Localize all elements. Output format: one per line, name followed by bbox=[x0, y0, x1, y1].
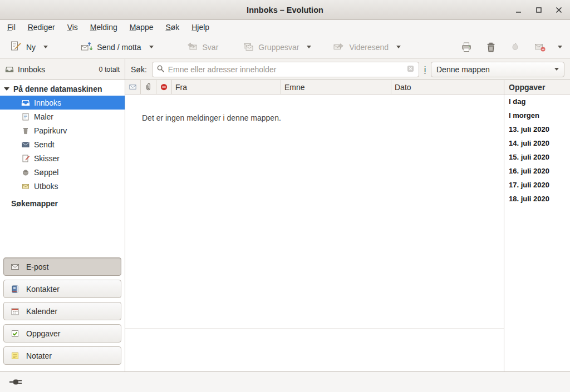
menu-hjelp[interactable]: Hjelp bbox=[186, 20, 214, 34]
attachment-icon bbox=[144, 83, 153, 91]
menu-fil[interactable]: Fil bbox=[2, 20, 21, 34]
sidebar-folder-soppel[interactable]: Søppel bbox=[0, 165, 125, 179]
sidebar-search-folders[interactable]: Søkemapper bbox=[0, 196, 125, 210]
chevron-down-icon bbox=[307, 46, 311, 48]
calendar-icon bbox=[11, 307, 19, 316]
switcher-label: Kontakter bbox=[26, 285, 60, 294]
toolbar-overflow-button[interactable] bbox=[554, 41, 566, 53]
search-entry[interactable] bbox=[152, 62, 419, 77]
clear-search-icon[interactable] bbox=[406, 64, 415, 75]
new-dropdown-arrow[interactable] bbox=[40, 41, 52, 53]
preview-pane bbox=[125, 329, 504, 371]
chevron-down-icon bbox=[554, 68, 559, 71]
window-title: Innboks – Evolution bbox=[0, 0, 570, 20]
group-reply-icon bbox=[242, 40, 254, 54]
search-bar: Innboks 0 totalt Søk: i Denne mappen bbox=[0, 59, 570, 80]
task-item[interactable]: 15. juli 2020 bbox=[504, 150, 570, 164]
forward-dropdown-arrow[interactable] bbox=[392, 41, 405, 53]
column-date-label: Dato bbox=[395, 83, 411, 92]
close-button[interactable] bbox=[552, 3, 566, 17]
print-button[interactable] bbox=[459, 39, 474, 56]
menu-rediger[interactable]: Rediger bbox=[23, 20, 60, 34]
titlebar: Innboks – Evolution bbox=[0, 0, 570, 20]
reply-label: Svar bbox=[203, 43, 219, 52]
task-item[interactable]: 18. juli 2020 bbox=[504, 192, 570, 206]
sidebar-folder-sendt[interactable]: Sendt bbox=[0, 137, 125, 151]
search-folders-label: Søkemapper bbox=[11, 199, 58, 208]
delete-icon bbox=[485, 41, 497, 53]
tasks-panel-header: Oppgaver bbox=[504, 80, 570, 95]
not-junk-button[interactable] bbox=[532, 39, 548, 56]
folder-label: Skisser bbox=[34, 154, 60, 163]
forward-button[interactable]: Videresend bbox=[328, 37, 392, 57]
menu-vis[interactable]: Vis bbox=[62, 20, 83, 34]
column-subject-label: Emne bbox=[284, 83, 305, 92]
delete-button[interactable] bbox=[483, 39, 499, 56]
toolbar: Ny Send / motta Svar bbox=[0, 36, 570, 59]
sidebar-folder-innboks[interactable]: Innboks bbox=[0, 96, 125, 110]
column-status[interactable] bbox=[125, 80, 141, 94]
task-item-tomorrow[interactable]: I morgen bbox=[504, 108, 570, 122]
account-row[interactable]: På denne datamaskinen bbox=[0, 82, 125, 96]
task-item[interactable]: 17. juli 2020 bbox=[504, 178, 570, 192]
search-input[interactable] bbox=[168, 65, 403, 74]
account-label: På denne datamaskinen bbox=[13, 85, 102, 93]
switcher-notes-button[interactable]: Notater bbox=[3, 346, 121, 365]
reply-button[interactable]: Svar bbox=[182, 37, 223, 57]
send-receive-dropdown-arrow[interactable] bbox=[145, 41, 158, 53]
column-from[interactable]: Fra bbox=[172, 80, 281, 94]
online-status-icon bbox=[9, 379, 24, 385]
folder-info: Innboks 0 totalt bbox=[0, 59, 125, 80]
tasks-panel: Oppgaver I dag I morgen 13. juli 2020 14… bbox=[504, 80, 570, 371]
group-reply-button[interactable]: Gruppesvar bbox=[238, 37, 303, 57]
junk-button[interactable] bbox=[508, 39, 523, 56]
current-folder-label: Innboks bbox=[18, 65, 45, 74]
task-item[interactable]: 16. juli 2020 bbox=[504, 164, 570, 178]
column-attachment[interactable] bbox=[141, 80, 156, 94]
folder-label: Søppel bbox=[34, 168, 58, 177]
menu-sok[interactable]: Søk bbox=[160, 20, 184, 34]
task-item[interactable]: 13. juli 2020 bbox=[504, 122, 570, 136]
search-scope-dropdown[interactable]: Denne mappen bbox=[431, 62, 564, 77]
sidebar-folder-papirkurv[interactable]: Papirkurv bbox=[0, 123, 125, 137]
menu-mappe[interactable]: Mappe bbox=[125, 20, 159, 34]
chevron-down-icon bbox=[43, 46, 48, 48]
column-from-label: Fra bbox=[175, 83, 187, 92]
search-label: Søk: bbox=[131, 65, 147, 74]
expander-icon[interactable] bbox=[4, 87, 9, 91]
switcher-tasks-button[interactable]: Oppgaver bbox=[3, 324, 121, 343]
trash-icon bbox=[21, 126, 30, 135]
forward-label: Videresend bbox=[349, 43, 389, 52]
switcher-mail-button[interactable]: E-post bbox=[3, 257, 121, 276]
mail-icon bbox=[11, 262, 19, 271]
switcher-contacts-button[interactable]: Kontakter bbox=[3, 280, 121, 298]
group-reply-dropdown-arrow[interactable] bbox=[303, 41, 315, 53]
task-item-today[interactable]: I dag bbox=[504, 95, 570, 108]
column-important[interactable] bbox=[156, 80, 172, 94]
online-status-button[interactable] bbox=[7, 376, 27, 388]
message-list-body: Det er ingen meldinger i denne mappen. bbox=[125, 95, 504, 329]
important-icon bbox=[160, 83, 168, 91]
column-date[interactable]: Dato bbox=[391, 80, 504, 94]
send-receive-button[interactable]: Send / motta bbox=[76, 37, 145, 57]
group-reply-label: Gruppesvar bbox=[258, 43, 299, 52]
menu-melding[interactable]: Melding bbox=[85, 20, 122, 34]
view-switcher: E-post Kontakter Kalender bbox=[0, 254, 125, 371]
templates-icon bbox=[21, 112, 30, 121]
column-subject[interactable]: Emne bbox=[281, 80, 391, 94]
minimize-button[interactable] bbox=[512, 3, 525, 17]
sidebar-folder-utboks[interactable]: Utboks bbox=[0, 179, 125, 193]
junk-icon bbox=[509, 41, 522, 53]
sidebar-folder-maler[interactable]: Maler bbox=[0, 110, 125, 123]
maximize-button[interactable] bbox=[532, 3, 546, 17]
drafts-icon bbox=[21, 154, 30, 163]
new-button[interactable]: Ny bbox=[6, 37, 40, 57]
new-button-group: Ny bbox=[6, 37, 52, 57]
forward-icon bbox=[332, 40, 345, 54]
switcher-calendar-button[interactable]: Kalender bbox=[3, 302, 121, 320]
switcher-label: Oppgaver bbox=[26, 329, 60, 338]
contacts-icon bbox=[11, 285, 19, 294]
send-receive-label: Send / motta bbox=[97, 43, 141, 52]
task-item[interactable]: 14. juli 2020 bbox=[504, 136, 570, 150]
sidebar-folder-skisser[interactable]: Skisser bbox=[0, 151, 125, 165]
